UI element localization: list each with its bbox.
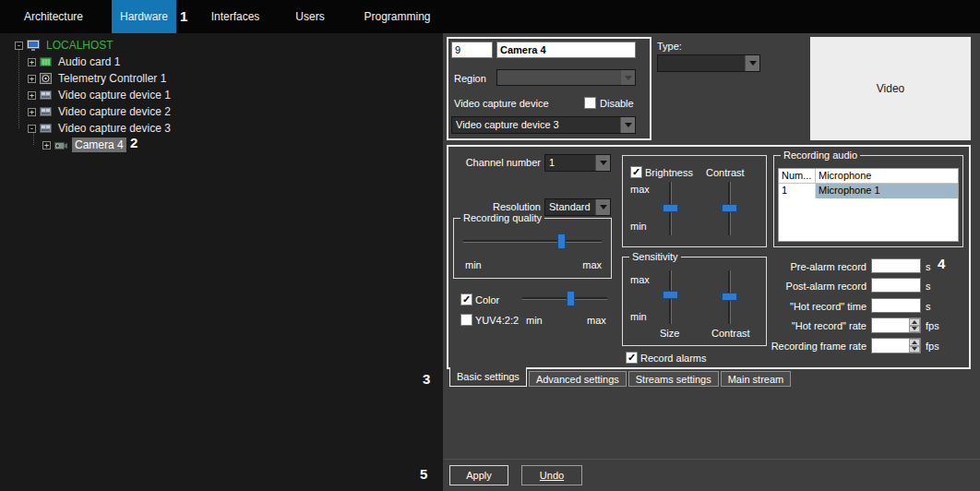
recording-frame-rate-unit: fps [926,341,939,352]
object-name-field[interactable] [496,42,636,58]
chevron-down-icon [595,155,610,171]
table-row[interactable]: 1 Microphone 1 [779,184,958,198]
spinner-buttons [909,318,920,332]
tab-hardware[interactable]: Hardware [112,0,176,33]
slider-thumb[interactable] [567,291,575,306]
capture-device-icon [40,123,52,134]
hot-record-rate-spinner [871,317,921,333]
top-nav: Architecture Hardware Interfaces Users P… [0,0,980,33]
column-header-number[interactable]: Num... [779,169,816,184]
recording-quality-slider[interactable] [463,234,602,250]
tab-architecture[interactable]: Architecture [9,0,98,33]
sensitivity-size-slider[interactable] [662,270,678,324]
disable-label: Disable [600,98,634,109]
min-label: min [630,311,647,322]
cell-microphone: Microphone 1 [816,184,958,198]
tab-advanced-settings[interactable]: Advanced settings [529,371,627,387]
slider-thumb[interactable] [663,291,678,299]
brightness-slider[interactable] [662,182,678,235]
tab-users[interactable]: Users [278,0,342,33]
column-header-microphone[interactable]: Microphone [816,169,958,184]
slider-thumb[interactable] [557,234,566,249]
annotation-3: 3 [423,371,430,387]
sensitivity-contrast-slider[interactable] [721,270,737,324]
expand-toggle-icon[interactable]: + [28,91,36,100]
record-alarms-checkbox[interactable] [626,352,638,364]
brightness-checkbox[interactable] [630,166,642,178]
cell-number: 1 [779,184,816,198]
tab-basic-settings[interactable]: Basic settings [449,367,527,387]
color-slider[interactable] [522,291,607,307]
region-label: Region [454,73,486,84]
tree-row-telemetry: + Telemetry Controller 1 [28,70,169,87]
yuv-checkbox[interactable] [460,314,472,326]
max-label: max [630,274,650,285]
object-id-field[interactable] [451,42,493,58]
contrast-slider[interactable] [721,182,737,235]
tab-programming[interactable]: Programming [353,0,441,33]
region-select[interactable] [496,69,636,86]
camera-icon [54,140,68,150]
capture-device-icon [40,90,52,101]
tree-item-audio-card-1[interactable]: Audio card 1 [55,54,123,69]
hot-record-time-label: "Hot record" time [730,301,866,312]
collapse-toggle-icon[interactable]: - [15,42,23,50]
min-label: min [465,259,482,270]
undo-button-label: Undo [540,470,564,481]
post-alarm-record-input[interactable] [871,278,921,293]
hot-record-time-input[interactable] [871,298,921,313]
tree-row-camera-4: + Camera 4 [42,137,126,153]
channel-number-label: Channel number [456,157,541,168]
slider-thumb[interactable] [722,293,737,301]
expand-toggle-icon[interactable]: + [28,75,36,83]
table-header: Num... Microphone [779,169,958,184]
disable-checkbox[interactable] [584,97,596,109]
max-label: max [587,315,606,326]
resolution-select[interactable]: Standard [544,198,611,216]
audio-card-icon [40,56,52,67]
channel-number-value: 1 [549,155,594,171]
slider-thumb[interactable] [663,204,678,212]
record-alarms-label: Record alarms [640,353,707,364]
tree-item-video-capture-device-1[interactable]: Video capture device 1 [55,88,173,102]
color-label: Color [475,294,499,305]
expand-toggle-icon[interactable]: + [28,108,36,116]
min-label: min [630,221,647,232]
tree-item-telemetry-controller-1[interactable]: Telemetry Controller 1 [55,71,169,86]
type-select[interactable] [657,54,760,72]
undo-button[interactable]: Undo [521,465,582,485]
tree-row-capture-3: - Video capture device 3 [28,120,173,137]
tree-row-capture-1: + Video capture device 1 [28,87,173,103]
spin-up-button[interactable] [909,318,920,326]
expand-toggle-icon[interactable]: + [28,58,36,66]
apply-button[interactable]: Apply [449,465,508,485]
tab-interfaces[interactable]: Interfaces [197,0,273,33]
computer-icon [27,40,40,51]
tree-item-camera-4[interactable]: Camera 4 [72,138,126,152]
tree-item-localhost[interactable]: LOCALHOST [43,38,116,53]
channel-number-select[interactable]: 1 [544,154,611,172]
device-tree: - LOCALHOST + Audio card 1 + Telemetry C… [0,33,443,491]
capture-device-label: Video capture device [454,98,549,109]
pre-alarm-record-input[interactable] [871,258,921,273]
tree-item-video-capture-device-3[interactable]: Video capture device 3 [55,121,173,136]
spin-down-button[interactable] [909,326,920,333]
footer-divider [444,459,980,460]
spin-down-button[interactable] [909,346,920,353]
color-checkbox[interactable] [460,293,472,305]
spin-up-button[interactable] [909,339,920,346]
capture-device-select-value: Video capture device 3 [456,117,619,133]
chevron-down-icon [595,199,610,215]
brightness-contrast-group: Brightness Contrast max min [622,155,767,247]
annotation-2: 2 [130,135,137,150]
resolution-value: Standard [549,199,594,215]
tab-main-stream[interactable]: Main stream [721,371,792,387]
annotation-4: 4 [938,256,945,271]
capture-device-select[interactable]: Video capture device 3 [451,116,636,134]
collapse-toggle-icon[interactable]: - [28,125,36,133]
slider-thumb[interactable] [722,204,737,212]
tab-streams-settings[interactable]: Streams settings [628,371,719,387]
expand-toggle-icon[interactable]: + [42,141,51,150]
tree-item-video-capture-device-2[interactable]: Video capture device 2 [55,104,173,119]
video-preview-label: Video [877,82,904,95]
